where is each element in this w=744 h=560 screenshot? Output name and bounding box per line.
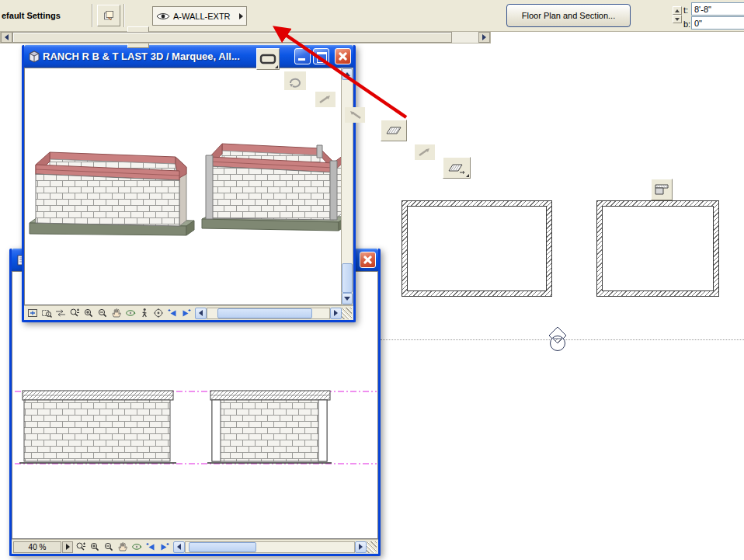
zoom-out-button[interactable] [102, 541, 115, 553]
3d-window-body [24, 68, 353, 305]
zoom-rectangle-icon [41, 308, 52, 318]
down-arrow-icon [675, 18, 680, 21]
scroll-right-button[interactable] [478, 32, 490, 43]
previous-view-button[interactable] [165, 307, 179, 319]
up-arrow-icon [344, 72, 350, 76]
mirror-tool-button-disabled[interactable] [315, 92, 335, 107]
pan-hand-button[interactable] [110, 307, 123, 319]
mirror-copy-button-disabled[interactable] [345, 107, 365, 123]
minimize-button[interactable] [294, 48, 311, 64]
next-view-icon [181, 308, 192, 318]
combo-flyout-icon[interactable] [239, 13, 243, 19]
3d-viewport[interactable] [24, 68, 341, 305]
favorites-button[interactable] [97, 5, 120, 26]
scrollbar-thumb[interactable] [189, 542, 256, 552]
fit-icon [27, 308, 38, 318]
marquee-geometry-button[interactable] [256, 48, 280, 70]
gray-arrow-icon [417, 147, 433, 158]
gray-arrow-icon [347, 110, 363, 120]
resize-grip[interactable] [342, 308, 352, 319]
wall-plan-2[interactable] [596, 200, 719, 297]
next-view-button[interactable] [179, 307, 193, 319]
zoom-in-button[interactable] [88, 541, 101, 553]
look-target-icon [153, 308, 164, 318]
layer-combo[interactable]: A-WALL-EXTR [152, 6, 247, 26]
scrollbar-track[interactable] [452, 32, 478, 43]
hatched-slab-icon [384, 123, 403, 137]
scroll-left-button[interactable] [1, 32, 12, 43]
zoom-menu-button[interactable] [62, 541, 73, 553]
slab-edge-button[interactable] [443, 157, 471, 179]
down-arrow-icon [344, 297, 350, 301]
scrollbar-thumb[interactable] [342, 263, 353, 293]
rounded-slab-icon [259, 53, 276, 65]
section-marker-symbol[interactable] [544, 325, 572, 353]
3d-horizontal-scrollbar[interactable] [195, 308, 352, 319]
zoom-adjust-button[interactable] [68, 307, 81, 319]
wall-plan-1[interactable] [402, 200, 552, 297]
zoom-level-display[interactable]: 40 % [13, 541, 61, 553]
spinner-down-button[interactable] [673, 15, 682, 23]
zoom-adjust-button[interactable] [74, 541, 87, 553]
maximize-button[interactable] [313, 48, 329, 64]
scroll-right-button[interactable] [355, 541, 367, 553]
wall-plan-2-inner [602, 206, 714, 291]
close-button[interactable] [360, 252, 376, 268]
orbit-icon [131, 541, 142, 552]
pan-arrows-icon [55, 308, 66, 318]
orbit-button[interactable] [130, 541, 143, 553]
left-arrow-icon [177, 544, 181, 550]
flyout-corner-icon [466, 174, 469, 177]
fit-in-window-button[interactable] [26, 307, 39, 319]
zoom-plus-minus-icon [75, 541, 86, 552]
previous-view-icon [145, 541, 156, 552]
cube-3d-icon [28, 50, 40, 63]
floor-plan-section-button[interactable]: Floor Plan and Section... [506, 4, 631, 27]
scroll-up-button[interactable] [342, 68, 353, 80]
3d-window-title: RANCH R B & T LAST 3D / Marquee, All... [43, 50, 292, 62]
resize-grip[interactable] [367, 541, 377, 553]
pan-button[interactable] [54, 307, 67, 319]
look-around-button[interactable] [151, 307, 165, 319]
slab-face-button[interactable] [381, 120, 407, 141]
right-arrow-icon [359, 544, 363, 550]
scrollbar-thumb[interactable] [12, 32, 452, 43]
zoom-in-icon [89, 541, 100, 552]
zoom-out-button[interactable] [96, 307, 109, 319]
zoom-in-button[interactable] [82, 307, 95, 319]
orbit-button[interactable] [123, 307, 137, 319]
orbit-icon [125, 308, 136, 318]
stacked-sheets-icon [103, 9, 115, 22]
3d-window-titlebar[interactable]: RANCH R B & T LAST 3D / Marquee, All... [24, 45, 353, 68]
walk-mode-button[interactable] [137, 307, 151, 319]
scroll-down-button[interactable] [342, 293, 353, 304]
scroll-left-button[interactable] [195, 308, 207, 319]
scrollbar-track[interactable] [185, 541, 355, 553]
rotate-tool-button-disabled[interactable] [284, 71, 306, 90]
zoom-out-icon [103, 541, 114, 552]
scroll-right-button[interactable] [330, 308, 342, 319]
offset-tool-button-disabled[interactable] [415, 144, 435, 160]
pan-hand-button[interactable] [116, 541, 129, 553]
base-height-field[interactable] [691, 16, 744, 30]
3d-vertical-scrollbar[interactable] [341, 68, 353, 305]
main-horizontal-scrollbar[interactable] [0, 32, 491, 43]
right-arrow-icon [66, 544, 70, 550]
previous-view-button[interactable] [144, 541, 157, 553]
close-button[interactable] [335, 48, 351, 64]
elevation-horizontal-scrollbar[interactable] [173, 541, 377, 553]
zoom-marquee-button[interactable] [40, 307, 53, 319]
top-height-field[interactable] [691, 2, 744, 16]
spinner-up-button[interactable] [673, 6, 682, 15]
scrollbar-thumb[interactable] [217, 308, 312, 318]
scrollbar-track[interactable] [207, 308, 330, 319]
hand-icon [111, 308, 122, 318]
layer-combo-value: A-WALL-EXTR [173, 12, 236, 21]
next-view-button[interactable] [158, 541, 171, 553]
hatched-slab-arrow-icon [447, 161, 466, 175]
wall-type-button[interactable] [651, 179, 673, 200]
previous-view-icon [167, 308, 178, 318]
scroll-left-button[interactable] [173, 541, 185, 553]
wall-plan-1-inner [407, 206, 547, 291]
elevation-bottom-bar: 40 % [12, 539, 378, 554]
